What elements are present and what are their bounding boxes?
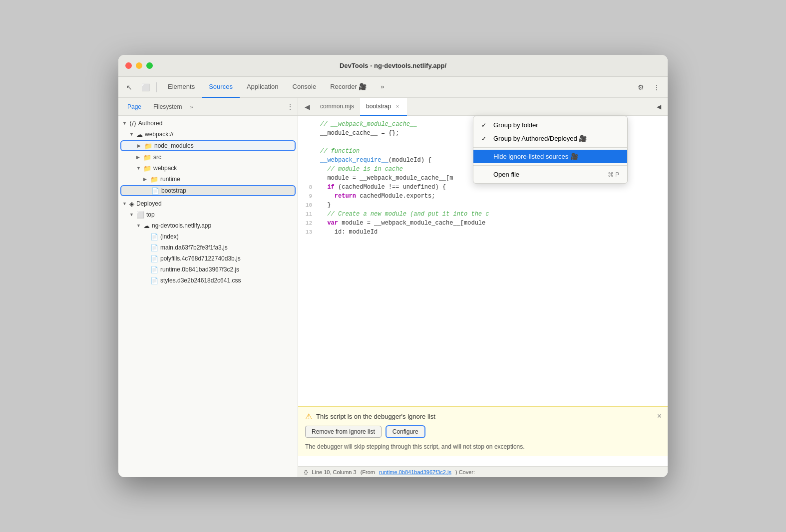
tab-recorder[interactable]: Recorder 🎥 [323, 77, 374, 98]
tree-polyfills[interactable]: 📄 polyfills.4c768d7122740d3b.js [118, 253, 298, 264]
code-line-11: 11 // Create a new module (and put it in… [298, 210, 668, 219]
tab-elements[interactable]: Elements [161, 77, 202, 98]
configure-button[interactable]: Configure [386, 425, 425, 438]
tree-webpack-root[interactable]: ▼ ☁ webpack:// [118, 129, 298, 140]
tree-authored[interactable]: ▼ ⟨/⟩ Authored [118, 118, 298, 129]
tree-main-js[interactable]: 📄 main.da63f7b2fe3f1fa3.js [118, 242, 298, 253]
menu-separator-2 [473, 165, 627, 166]
more-options-icon[interactable]: ⋮ [650, 80, 664, 94]
sub-tabs-bar: Page Filesystem » ⋮ [118, 98, 298, 116]
tree-bootstrap[interactable]: 📄 bootstrap [120, 185, 296, 196]
subtab-filesystem[interactable]: Filesystem [148, 98, 187, 116]
banner-close-icon[interactable]: × [657, 412, 662, 421]
code-line-10: 10 } [298, 201, 668, 210]
warning-icon: ⚠ [305, 412, 312, 421]
subtab-more-icon[interactable]: » [190, 104, 193, 110]
tree-ng-devtools[interactable]: ▼ ☁ ng-devtools.netlify.app [118, 220, 298, 231]
window-controls [125, 62, 153, 69]
code-line-9: 9 return cachedModule.exports; [298, 192, 668, 201]
from-text: (From [361, 469, 375, 475]
tree-runtime[interactable]: ▶ 📁 runtime [118, 174, 298, 185]
title-bar: DevTools - ng-devtools.netlify.app/ [118, 55, 668, 77]
code-line-12: 12 var module = __webpack_module_cache__… [298, 219, 668, 228]
context-menu: ✓ Group by folder ✓ Group by Authored/De… [473, 116, 628, 184]
editor-tabs-bar: ◀ common.mjs bootstrap × ◀ [298, 98, 668, 116]
format-icon[interactable]: {} [304, 469, 308, 475]
position-text: Line 10, Column 3 [312, 469, 356, 475]
tab-more[interactable]: » [374, 77, 391, 98]
editor-tabs-right: ◀ [652, 100, 666, 114]
settings-icon[interactable]: ⚙ [634, 80, 648, 94]
tab-application[interactable]: Application [240, 77, 286, 98]
cursor-icon[interactable]: ↖ [122, 80, 136, 94]
devtools-window: DevTools - ng-devtools.netlify.app/ ↖ ⬜ … [118, 55, 668, 477]
left-panel: Page Filesystem » ⋮ ▼ ⟨/⟩ Authored ▼ [118, 98, 298, 477]
editor-tab-bootstrap[interactable]: bootstrap × [360, 98, 407, 116]
remove-from-ignore-button[interactable]: Remove from ignore list [305, 426, 382, 438]
right-panel: ◀ common.mjs bootstrap × ◀ // __webpack_… [298, 98, 668, 477]
code-line-8: 8 if (cachedModule !== undefined) { [298, 183, 668, 192]
subtab-page[interactable]: Page [122, 98, 146, 116]
banner-actions: Remove from ignore list Configure [305, 425, 661, 438]
maximize-button[interactable] [146, 62, 153, 69]
editor-back-icon[interactable]: ◀ [300, 100, 314, 114]
tree-src[interactable]: ▶ 📁 src [118, 152, 298, 163]
tab-sources[interactable]: Sources [202, 77, 240, 98]
devtools-body: Page Filesystem » ⋮ ▼ ⟨/⟩ Authored ▼ [118, 98, 668, 477]
editor-tab-common[interactable]: common.mjs [314, 98, 360, 116]
editor-tab-close-icon[interactable]: × [394, 103, 401, 110]
menu-group-folder[interactable]: ✓ Group by folder [473, 118, 627, 132]
tab-console[interactable]: Console [286, 77, 324, 98]
tree-node-modules[interactable]: ▶ 📁 node_modules [120, 140, 296, 151]
window-title: DevTools - ng-devtools.netlify.app/ [340, 62, 446, 69]
subtab-dots-icon[interactable]: ⋮ [287, 103, 294, 111]
file-tree: ▼ ⟨/⟩ Authored ▼ ☁ webpack:// ▶ 📁 [118, 116, 298, 477]
menu-separator [473, 147, 627, 148]
close-button[interactable] [125, 62, 132, 69]
tree-index[interactable]: 📄 (index) [118, 231, 298, 242]
tree-webpack-folder[interactable]: ▼ 📁 webpack [118, 163, 298, 174]
toolbar-right: ⚙ ⋮ [634, 80, 664, 94]
collapse-panel-icon[interactable]: ◀ [652, 100, 666, 114]
menu-hide-ignore[interactable]: Hide ignore-listed sources 🎥 [473, 150, 627, 163]
status-bar: {} Line 10, Column 3 (From runtime.0b841… [298, 466, 668, 477]
tree-runtime-file[interactable]: 📄 runtime.0b841bad3967f3c2.js [118, 264, 298, 275]
tree-top[interactable]: ▼ ⬜ top [118, 209, 298, 220]
menu-group-authored[interactable]: ✓ Group by Authored/Deployed 🎥 [473, 132, 627, 145]
banner-title: ⚠ This script is on the debugger's ignor… [305, 412, 661, 421]
menu-open-file[interactable]: Open file ⌘ P [473, 168, 627, 181]
tree-deployed[interactable]: ▼ ◈ Deployed [118, 198, 298, 209]
devtools-toolbar: ↖ ⬜ Elements Sources Application Console… [118, 77, 668, 98]
toolbar-separator [156, 82, 157, 92]
ignore-banner: × ⚠ This script is on the debugger's ign… [298, 406, 668, 456]
code-line-13: 13 id: moduleId [298, 228, 668, 237]
runtime-link[interactable]: runtime.0b841bad3967f3c2.js [379, 469, 451, 475]
device-icon[interactable]: ⬜ [138, 80, 152, 94]
banner-description: The debugger will skip stepping through … [305, 442, 661, 451]
cover-text: ) Cover: [455, 469, 475, 475]
main-tabs: Elements Sources Application Console Rec… [161, 77, 392, 97]
tree-styles[interactable]: 📄 styles.d3e2b24618d2c641.css [118, 275, 298, 286]
minimize-button[interactable] [136, 62, 142, 69]
